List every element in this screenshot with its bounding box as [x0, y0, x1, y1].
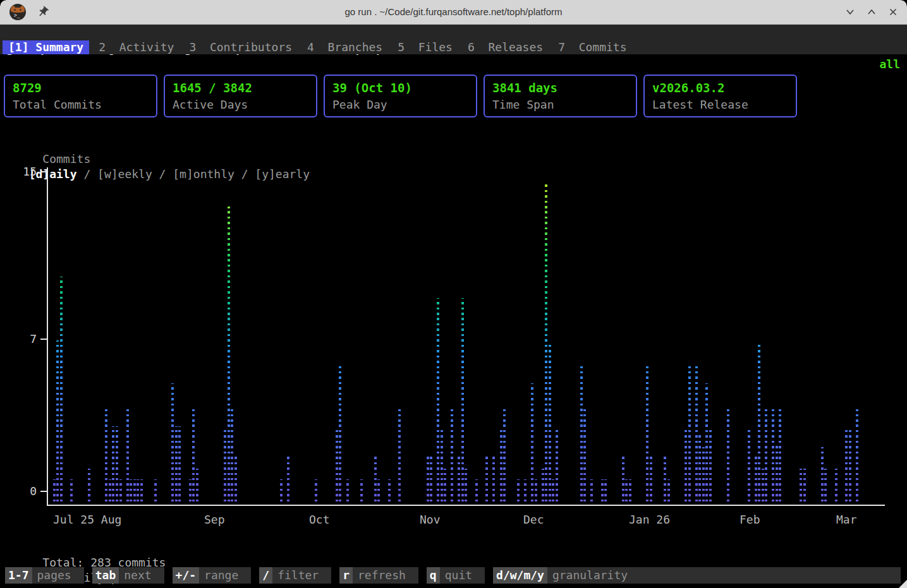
commit-bar	[856, 409, 858, 506]
card-label: Latest Release	[652, 97, 788, 113]
commit-bar	[524, 479, 527, 506]
commit-bar	[503, 409, 506, 506]
commits-chart: 1570Jul 25 AugSepOctNovDecJan 26FebMar	[0, 161, 907, 534]
commit-bar	[196, 469, 198, 506]
commit-bar	[444, 469, 446, 506]
maximize-icon[interactable]	[867, 7, 877, 17]
y-tick-label: 7	[9, 333, 37, 345]
keybar-action-quit[interactable]: qquit	[427, 567, 485, 584]
stat-card-peak-day: 39 (Oct 10)Peak Day	[324, 75, 477, 117]
commit-bar	[772, 409, 774, 506]
x-tick-label: Jul 25 Aug	[53, 512, 121, 527]
commit-bar	[105, 409, 107, 506]
commit-bar	[441, 430, 443, 506]
y-tick-label: 0	[9, 485, 37, 498]
commit-bar	[667, 479, 670, 506]
keybar-action-range[interactable]: +/-range	[173, 567, 252, 584]
commit-bar	[695, 364, 698, 506]
commit-bar	[458, 454, 460, 506]
key-hint: 1-7	[5, 567, 32, 584]
commit-bar	[835, 469, 837, 506]
minimize-icon[interactable]	[845, 7, 855, 17]
stat-cards: 8729Total Commits1645 / 3842Active Days3…	[4, 75, 797, 117]
commit-bar	[552, 479, 554, 506]
commit-bar	[590, 479, 593, 506]
stat-card-latest-release: v2026.03.2Latest Release	[643, 75, 797, 117]
commit-bar	[119, 479, 122, 506]
tab-branches[interactable]: 4 Branches	[301, 40, 388, 54]
keybar-action-pages[interactable]: 1-7pages	[5, 567, 84, 584]
commit-bar	[580, 364, 583, 506]
commit-bar	[845, 430, 848, 506]
commit-bar	[178, 426, 181, 506]
commit-bar	[346, 479, 349, 506]
y-tick-label: 15	[9, 165, 37, 178]
tab-contributors[interactable]: 3 Contributors	[183, 40, 298, 54]
window-title: go run . ~/Code/git.furqansoftware.net/t…	[0, 0, 907, 24]
commit-bar	[430, 454, 432, 506]
stat-card-time-span: 3841 daysTime Span	[484, 75, 637, 117]
commit-bar	[475, 479, 478, 506]
commit-bar	[709, 430, 712, 506]
key-action-label: next	[119, 567, 164, 584]
commit-bar	[231, 409, 233, 506]
commit-bar	[60, 277, 63, 506]
commit-bar	[112, 426, 114, 506]
commit-bar	[234, 454, 237, 506]
commit-bar	[748, 430, 750, 506]
tab-files[interactable]: 5 Files	[392, 40, 458, 54]
key-action-label: filter	[272, 567, 331, 584]
y-tick-mark	[40, 491, 47, 492]
x-tick-label: Feb	[740, 512, 760, 527]
commit-bar	[398, 409, 401, 506]
tab-bar: [1] Summary2 Activity3 Contributors4 Bra…	[0, 40, 907, 54]
commit-bar	[545, 181, 547, 506]
stat-card-total-commits: 8729Total Commits	[4, 75, 157, 117]
keybar-action-filter[interactable]: /filter	[259, 567, 331, 584]
commit-bar	[583, 409, 586, 506]
commit-bar	[824, 469, 827, 506]
resize-grip[interactable]	[899, 580, 907, 588]
commit-bar	[705, 383, 708, 506]
tab-releases[interactable]: 6 Releases	[462, 40, 549, 54]
commit-bar	[315, 479, 317, 506]
tab-activity[interactable]: 2 Activity	[93, 40, 180, 54]
commit-bar	[664, 454, 666, 506]
stat-card-active-days: 1645 / 3842Active Days	[164, 75, 317, 117]
commit-bar	[821, 447, 824, 506]
commit-bar	[154, 479, 157, 506]
window-controls	[845, 7, 898, 17]
commit-bar	[465, 469, 467, 506]
commit-bar	[535, 479, 537, 506]
tab-commits[interactable]: 7 Commits	[552, 40, 632, 54]
commit-bar	[702, 447, 705, 506]
commit-bar	[604, 479, 607, 506]
key-action-label: granularity	[547, 567, 901, 584]
commit-bar	[762, 469, 764, 506]
commit-bar	[531, 383, 533, 506]
commit-bar	[336, 430, 338, 506]
close-icon[interactable]	[888, 7, 898, 17]
commit-bar	[228, 207, 230, 506]
tab-summary[interactable]: [1] Summary	[3, 40, 89, 54]
commit-bar	[130, 479, 132, 506]
x-tick-label: Sep	[204, 512, 225, 527]
key-hint: tab	[92, 567, 119, 584]
keybar-action-refresh[interactable]: rrefresh	[339, 567, 418, 584]
commit-bar	[758, 343, 760, 506]
commit-bar	[492, 454, 495, 506]
commit-bar	[126, 409, 129, 506]
commit-bar	[70, 479, 73, 506]
commit-bar	[339, 364, 341, 506]
commit-bar	[727, 409, 729, 506]
commit-bar	[56, 340, 59, 506]
window-titlebar: >_ go run . ~/Code/git.furqansoftware.ne…	[0, 0, 907, 25]
keybar-action-granularity[interactable]: d/w/m/ygranularity	[493, 567, 901, 584]
card-value: 8729	[13, 80, 149, 97]
commit-bar	[517, 479, 520, 506]
card-label: Total Commits	[13, 97, 149, 113]
commit-bar	[109, 479, 111, 506]
keybar-action-next[interactable]: tabnext	[92, 567, 164, 584]
commit-bar	[360, 479, 363, 506]
commit-bar	[776, 445, 778, 506]
